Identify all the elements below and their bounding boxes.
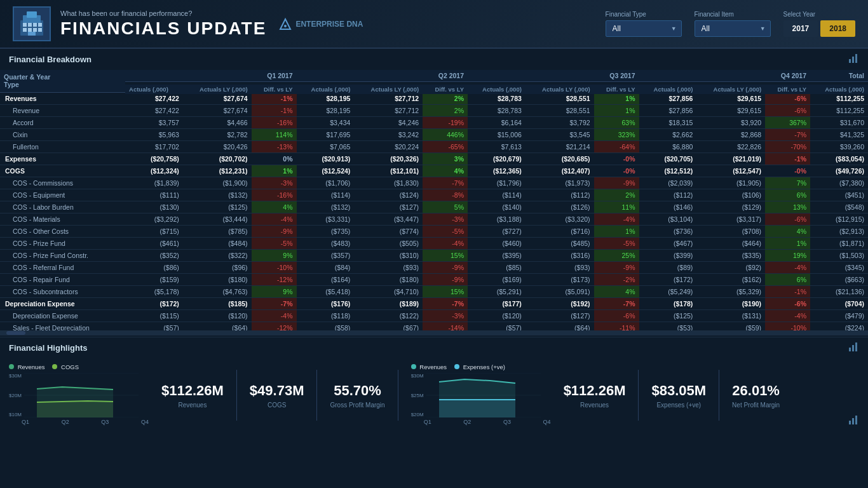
svg-rect-31 xyxy=(852,418,854,424)
row-cell: ($172) xyxy=(125,298,183,310)
financial-item-select[interactable]: All xyxy=(695,20,771,37)
row-cell: 4% xyxy=(423,165,468,177)
row-cell: 114% xyxy=(252,129,297,141)
row-cell: $3,920 xyxy=(696,117,765,129)
row-cell: ($7,380) xyxy=(810,177,868,189)
chart2-x-labels: Q1 Q2 Q3 Q4 xyxy=(411,419,551,425)
q2-actuals-header: Actuals (,000) xyxy=(297,84,355,95)
row-cell: 1% xyxy=(594,105,639,117)
row-cell: ($131) xyxy=(696,310,765,322)
svg-rect-14 xyxy=(849,59,851,63)
highlights-expand-icon[interactable] xyxy=(848,414,859,427)
chart1-legend-cogs: COGS xyxy=(52,363,79,370)
svg-rect-7 xyxy=(23,28,27,32)
row-cell: $17,702 xyxy=(125,141,183,153)
row-cell: -9% xyxy=(594,262,639,274)
chart2-area: Revenues Expenses (+ve) $30M $25M $20M xyxy=(411,363,551,427)
row-cell: ($112) xyxy=(526,189,594,201)
col-header-q2: Q2 2017 xyxy=(297,70,468,82)
financial-item-label: Financial Item xyxy=(695,11,771,18)
kpi6-value: 26.01% xyxy=(732,383,780,399)
row-cell: ($3,444) xyxy=(183,214,252,226)
kpi4-value: $112.26M xyxy=(564,383,626,399)
row-label: COS - Prize Fund Constr. xyxy=(0,250,125,262)
row-cell: $20,224 xyxy=(354,141,423,153)
row-cell: ($322) xyxy=(183,250,252,262)
row-cell: ($451) xyxy=(810,189,868,201)
row-cell: ($736) xyxy=(639,226,697,238)
row-cell: ($21,136) xyxy=(810,286,868,298)
row-cell: ($479) xyxy=(810,310,868,322)
row-cell: -11% xyxy=(594,322,639,331)
row-cell: $41,325 xyxy=(810,129,868,141)
total-actuals-header: Actuals (,000) xyxy=(810,84,868,95)
chart1-body: $30M $20M $10M xyxy=(9,373,149,417)
row-cell: ($663) xyxy=(810,274,868,286)
financial-item-select-wrapper[interactable]: All xyxy=(695,20,771,37)
row-cell: ($122) xyxy=(354,310,423,322)
row-cell: ($3,292) xyxy=(125,214,183,226)
row-cell: ($3,447) xyxy=(354,214,423,226)
financial-table-container[interactable]: Quarter & YearType Q1 2017 Q2 2017 Q3 20… xyxy=(0,70,868,330)
row-cell: ($20,702) xyxy=(183,153,252,165)
row-label: Depreciation Expense xyxy=(0,310,125,322)
row-label: COS - Materials xyxy=(0,214,125,226)
q4-diff-header: Diff. vs LY xyxy=(765,84,810,95)
svg-marker-12 xyxy=(280,19,290,29)
row-cell: $3,242 xyxy=(354,129,423,141)
row-cell: ($704) xyxy=(810,298,868,310)
svg-rect-8 xyxy=(28,28,32,32)
expand-chart-icon[interactable] xyxy=(848,53,859,66)
kpi6-group: 26.01% Net Profit Margin xyxy=(732,383,780,409)
chart1-legend-revenues: Revenues xyxy=(9,363,44,370)
table-subheader-row: Actuals (,000) Actuals LY (,000) Diff. v… xyxy=(0,82,868,93)
row-cell: $31,670 xyxy=(810,117,868,129)
q1-actuals-header: Actuals (,000) xyxy=(125,84,183,95)
financial-type-select[interactable]: All xyxy=(606,20,682,37)
svg-marker-29 xyxy=(439,400,515,417)
row-cell: ($505) xyxy=(354,238,423,250)
row-cell: 2% xyxy=(423,105,468,117)
financial-highlights-header: Financial Highlights xyxy=(0,337,868,358)
svg-rect-11 xyxy=(28,32,36,36)
row-cell: ($1,706) xyxy=(297,177,355,189)
table-body: Revenues$27,422$27,674-1%$28,195$27,7122… xyxy=(0,92,868,330)
row-cell: $2,662 xyxy=(639,129,697,141)
row-cell: ($357) xyxy=(297,250,355,262)
header-subtitle: What has been our financial performance? xyxy=(60,10,266,17)
brand-name: ENTERPRISE DNA xyxy=(295,20,363,29)
q1-actuals-ly-header: Actuals LY (,000) xyxy=(183,84,252,95)
table-row: COS - Subcontractors($5,178)($4,763)9%($… xyxy=(0,286,868,298)
row-cell: $3,792 xyxy=(526,117,594,129)
highlights-chart-icon[interactable] xyxy=(848,341,859,355)
company-logo xyxy=(13,6,51,41)
year-2017-button[interactable]: 2017 xyxy=(783,20,818,37)
row-cell: ($127) xyxy=(526,310,594,322)
row-cell: -5% xyxy=(423,226,468,238)
row-label: COS - Repair Fund xyxy=(0,274,125,286)
financial-type-select-wrapper[interactable]: All xyxy=(606,20,682,37)
kpi2-value: $49.73M xyxy=(250,383,304,399)
row-cell: ($12,524) xyxy=(297,165,355,177)
row-cell: ($89) xyxy=(639,262,697,274)
row-label: Accord xyxy=(0,117,125,129)
select-year-label: Select Year xyxy=(783,11,855,18)
row-label: Fullerton xyxy=(0,141,125,153)
row-cell: -4% xyxy=(252,310,297,322)
svg-rect-6 xyxy=(38,23,42,27)
row-cell: -7% xyxy=(423,177,468,189)
row-cell: -7% xyxy=(423,298,468,310)
year-2018-button[interactable]: 2018 xyxy=(820,20,855,37)
kpi5-group: $83.05M Expenses (+ve) xyxy=(651,383,706,409)
row-cell: -14% xyxy=(423,322,468,331)
row-cell: ($132) xyxy=(183,189,252,201)
row-cell: ($190) xyxy=(696,298,765,310)
table-row: COS - Commissions($1,839)($1,900)-3%($1,… xyxy=(0,177,868,189)
scroll-indicator xyxy=(0,330,868,336)
row-cell: -16% xyxy=(252,189,297,201)
row-cell: ($12,101) xyxy=(354,165,423,177)
row-cell: -10% xyxy=(252,262,297,274)
table-row: Depreciation Expense($115)($120)-4%($118… xyxy=(0,310,868,322)
divider4 xyxy=(638,370,639,421)
row-cell: ($59) xyxy=(696,322,765,331)
